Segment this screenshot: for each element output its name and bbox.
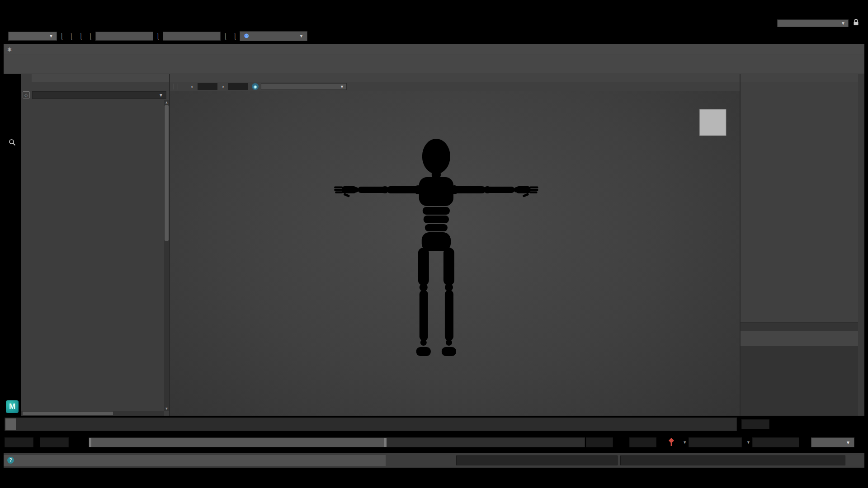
scrollbar-thumb[interactable] xyxy=(165,105,169,241)
shelf-tab-bar: ✱ xyxy=(4,44,864,55)
outliner-title[interactable] xyxy=(21,74,32,82)
viewport-menubar xyxy=(170,74,740,82)
viewport-panel: ◐ ◑ ◉ ▼ xyxy=(170,74,741,416)
current-frame-marker[interactable] xyxy=(5,418,16,430)
left-hand-control xyxy=(320,187,332,192)
scroll-down-icon[interactable]: ▼ xyxy=(164,406,169,411)
status-line: ▼ ⎱ ⎱ ⎱ ⎱ ⎱ ⎱ ⎱ ⚉ ▼ xyxy=(4,28,864,44)
chevron-down-icon: ▼ xyxy=(846,440,850,445)
section-divider[interactable]: ⎱ xyxy=(222,32,228,40)
user-account-dropdown[interactable]: ⚉ ▼ xyxy=(240,31,307,41)
view-axis-icon xyxy=(182,386,196,405)
layer-editor xyxy=(741,322,858,416)
outliner-search-input[interactable]: ▼ xyxy=(32,91,166,99)
playback-end-field[interactable] xyxy=(586,437,613,447)
section-divider[interactable]: ⎱ xyxy=(68,32,74,40)
exposure-icon[interactable]: ◐ xyxy=(189,83,196,90)
animation-end-field[interactable] xyxy=(629,437,656,447)
maya-logo: M xyxy=(6,400,19,413)
live-surface-dropdown[interactable] xyxy=(95,32,153,41)
section-divider[interactable]: ⎱ xyxy=(155,32,161,40)
colorspace-dropdown[interactable]: ▼ xyxy=(261,83,347,90)
command-line-row: ? xyxy=(4,453,864,468)
outliner-panel: ◇ ▼ ▲ ▼ xyxy=(21,74,170,416)
shelf-gear-icon[interactable]: ✱ xyxy=(7,47,12,53)
outliner-vertical-scrollbar[interactable]: ▲ ▼ xyxy=(164,100,169,411)
viewport-toolbar: ◐ ◑ ◉ ▼ xyxy=(170,82,740,91)
chevron-down-icon[interactable]: ▼ xyxy=(746,440,750,445)
chevron-down-icon: ▼ xyxy=(49,33,53,38)
exposure-field[interactable] xyxy=(198,83,217,90)
outliner-tree xyxy=(21,102,164,411)
chevron-down-icon[interactable]: ▼ xyxy=(683,440,687,445)
layer-editor-tabs xyxy=(741,323,858,331)
gamma-icon[interactable]: ◑ xyxy=(219,83,226,90)
current-time-field[interactable] xyxy=(741,419,769,429)
left-wrist-control xyxy=(325,185,334,194)
menu-set-dropdown[interactable]: ▼ xyxy=(8,32,57,41)
scroll-up-icon[interactable]: ▲ xyxy=(164,100,169,105)
channel-box-header-icons xyxy=(741,74,858,82)
front-image-plane[interactable] xyxy=(700,109,726,136)
layer-editor-icons xyxy=(741,338,858,346)
playback-start-field[interactable] xyxy=(40,437,69,447)
user-avatar-icon: ⚉ xyxy=(244,33,249,39)
main-menubar: ▼ xyxy=(4,18,864,28)
time-slider[interactable] xyxy=(5,418,737,431)
channel-box-panel xyxy=(741,74,858,416)
section-divider[interactable]: ⎱ xyxy=(78,32,84,40)
toolbox: M xyxy=(4,74,21,416)
time-slider-row xyxy=(4,416,864,433)
animation-start-field[interactable] xyxy=(5,437,33,447)
command-input[interactable] xyxy=(456,455,618,465)
layer-list xyxy=(741,346,858,416)
scene-svg xyxy=(170,91,740,416)
mannequin-geometry[interactable] xyxy=(334,139,538,356)
panel-search-button[interactable] xyxy=(6,136,18,148)
help-icon: ? xyxy=(7,457,14,464)
maya-window: ▼ ▼ ⎱ ⎱ ⎱ ⎱ ⎱ ⎱ ⎱ ⚉ ▼ xyxy=(4,18,864,468)
help-line: ? xyxy=(4,455,386,466)
scrollbar-thumb[interactable] xyxy=(23,412,113,415)
outliner-menubar xyxy=(21,82,169,90)
set-key-icon[interactable] xyxy=(668,438,675,447)
chevron-down-icon: ▼ xyxy=(159,93,163,98)
anim-layer-dropdown[interactable] xyxy=(752,437,799,447)
chevron-down-icon: ▼ xyxy=(340,84,344,89)
root-control-curve xyxy=(391,344,482,366)
symmetry-dropdown[interactable] xyxy=(163,32,221,41)
color-management-icon[interactable]: ◉ xyxy=(252,83,259,90)
gamma-field[interactable] xyxy=(228,83,248,90)
shelf-items xyxy=(4,55,864,74)
channel-box-menubar xyxy=(741,82,858,90)
range-slider[interactable] xyxy=(89,437,585,447)
workspace-dropdown[interactable]: ▼ xyxy=(777,19,849,27)
command-result-field xyxy=(620,455,845,465)
outliner-horizontal-scrollbar[interactable] xyxy=(21,411,164,416)
chevron-down-icon: ▼ xyxy=(841,21,845,26)
chevron-down-icon: ▼ xyxy=(299,33,304,38)
character-set-dropdown[interactable] xyxy=(689,437,742,447)
section-divider[interactable]: ⎱ xyxy=(59,32,65,40)
range-slider-handle[interactable] xyxy=(89,438,387,447)
filter-icon[interactable]: ◇ xyxy=(23,91,30,99)
layer-editor-menubar xyxy=(741,331,858,338)
section-divider[interactable]: ⎱ xyxy=(232,32,238,40)
fps-dropdown[interactable]: ▼ xyxy=(811,437,854,447)
right-sidebar-tabs xyxy=(858,74,864,416)
workspace-lock-icon[interactable] xyxy=(853,19,859,27)
head-control-curve xyxy=(414,128,459,134)
range-slider-row: ▼ ▼ ▼ xyxy=(4,433,864,452)
section-divider[interactable]: ⎱ xyxy=(88,32,94,40)
viewport-scene[interactable] xyxy=(170,91,740,416)
